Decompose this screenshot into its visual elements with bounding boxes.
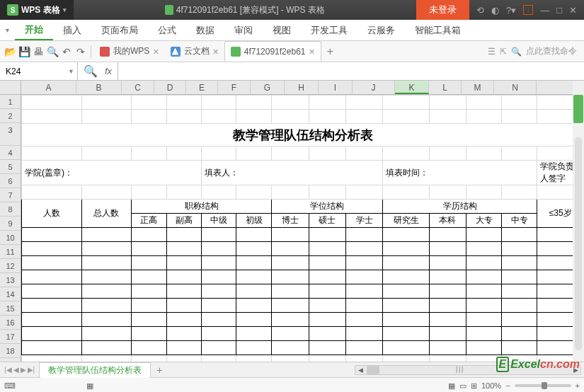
select-all-corner[interactable]: [0, 81, 21, 95]
table-row[interactable]: [22, 270, 584, 284]
zoom-out-icon[interactable]: −: [505, 381, 510, 390]
cell[interactable]: [131, 341, 166, 355]
cell[interactable]: [429, 256, 466, 270]
row-header[interactable]: 8: [0, 202, 21, 217]
zoom-slider[interactable]: [515, 384, 571, 387]
cell[interactable]: [466, 327, 502, 341]
table-row[interactable]: 人数 总人数 职称结构 学位结构 学历结构 ≤35岁: [22, 200, 584, 214]
redo-icon[interactable]: ↷: [74, 46, 88, 57]
row-header[interactable]: 19: [0, 358, 21, 362]
cell[interactable]: [346, 327, 383, 341]
cell[interactable]: [202, 341, 236, 355]
table-row[interactable]: [22, 185, 584, 200]
cell[interactable]: [131, 299, 166, 313]
cell[interactable]: [131, 313, 166, 327]
menu-start[interactable]: 开始: [15, 20, 53, 40]
cell[interactable]: [272, 313, 309, 327]
cell[interactable]: [466, 341, 502, 355]
name-box[interactable]: K24 ▼: [0, 62, 78, 80]
cell[interactable]: [502, 313, 537, 327]
cell[interactable]: [82, 242, 132, 256]
table-row[interactable]: 教学管理队伍结构分析表: [22, 124, 584, 146]
cell[interactable]: [236, 242, 272, 256]
cell[interactable]: [502, 256, 537, 270]
cell[interactable]: [22, 313, 82, 327]
theme-icon[interactable]: ◐: [491, 5, 499, 16]
new-tab-button[interactable]: +: [321, 45, 339, 58]
menu-dropdown-icon[interactable]: ▾: [0, 20, 15, 40]
cell[interactable]: [309, 313, 345, 327]
cell[interactable]: [383, 228, 429, 242]
feedback-icon[interactable]: ↓: [523, 5, 533, 15]
table-row[interactable]: [22, 110, 584, 124]
cell[interactable]: [383, 341, 429, 355]
col-header[interactable]: I: [319, 81, 353, 94]
row-header[interactable]: 10: [0, 231, 21, 245]
cell[interactable]: [272, 341, 309, 355]
cell[interactable]: [82, 256, 132, 270]
login-button[interactable]: 未登录: [416, 0, 469, 20]
scroll-left-icon[interactable]: ◀: [355, 366, 365, 374]
cell[interactable]: [383, 270, 429, 284]
menu-expand-icon[interactable]: ☰: [488, 47, 496, 57]
cell[interactable]: [466, 313, 502, 327]
collapse-icon[interactable]: ⇱: [500, 47, 507, 57]
row-header[interactable]: 2: [0, 109, 21, 123]
cell[interactable]: [22, 256, 82, 270]
tab-close-icon[interactable]: ×: [213, 46, 219, 57]
cell[interactable]: [22, 270, 82, 284]
cell[interactable]: [429, 228, 466, 242]
row-header[interactable]: 1: [0, 95, 21, 109]
cell[interactable]: [131, 256, 166, 270]
table-row[interactable]: [22, 96, 584, 110]
table-row[interactable]: [22, 256, 584, 270]
cell[interactable]: [167, 270, 202, 284]
menu-tools[interactable]: 智能工具箱: [405, 20, 471, 40]
cell[interactable]: [202, 270, 236, 284]
col-header[interactable]: H: [285, 81, 319, 94]
cell[interactable]: [346, 242, 383, 256]
doctab-cloud[interactable]: 云文档 ×: [165, 41, 224, 62]
undo-icon[interactable]: ↶: [59, 46, 74, 57]
cell[interactable]: [236, 313, 272, 327]
cell[interactable]: [502, 341, 537, 355]
col-header[interactable]: L: [429, 81, 462, 94]
cell[interactable]: [22, 327, 82, 341]
cell[interactable]: [167, 313, 202, 327]
cell[interactable]: [383, 299, 429, 313]
cell[interactable]: [82, 313, 132, 327]
cell[interactable]: [22, 299, 82, 313]
minimize-icon[interactable]: —: [540, 5, 549, 16]
scroll-split-icon[interactable]: ⎮⎮⎮: [454, 366, 464, 374]
cell[interactable]: [202, 284, 236, 299]
col-header[interactable]: F: [218, 81, 251, 94]
scroll-thumb[interactable]: [573, 95, 583, 123]
cell[interactable]: [272, 228, 309, 242]
row-header[interactable]: 18: [0, 344, 21, 358]
spreadsheet-table[interactable]: 教学管理队伍结构分析表 学院(盖章)： 填表人： 填表时间： 学院负责人签字 人…: [21, 95, 584, 362]
cell[interactable]: [167, 256, 202, 270]
cell[interactable]: [272, 284, 309, 299]
status-grid-icon[interactable]: ▦: [86, 381, 93, 391]
cell[interactable]: [429, 327, 466, 341]
cell[interactable]: [236, 327, 272, 341]
row-header[interactable]: 15: [0, 301, 21, 316]
cell[interactable]: [82, 299, 132, 313]
menu-cloud[interactable]: 云服务: [357, 20, 405, 40]
view-break-icon[interactable]: ⊞: [471, 381, 477, 391]
cell[interactable]: [346, 270, 383, 284]
cell[interactable]: [202, 299, 236, 313]
cell[interactable]: [236, 299, 272, 313]
cell[interactable]: [131, 242, 166, 256]
menu-formula[interactable]: 公式: [148, 20, 186, 40]
view-page-icon[interactable]: ▭: [459, 381, 466, 391]
print-icon[interactable]: 🖶: [31, 46, 45, 57]
col-header[interactable]: M: [462, 81, 494, 94]
cell[interactable]: [131, 270, 166, 284]
table-row[interactable]: [22, 228, 584, 242]
cell[interactable]: [272, 256, 309, 270]
cell[interactable]: [131, 284, 166, 299]
cell[interactable]: [202, 327, 236, 341]
cell[interactable]: [429, 313, 466, 327]
col-header[interactable]: B: [76, 81, 122, 94]
